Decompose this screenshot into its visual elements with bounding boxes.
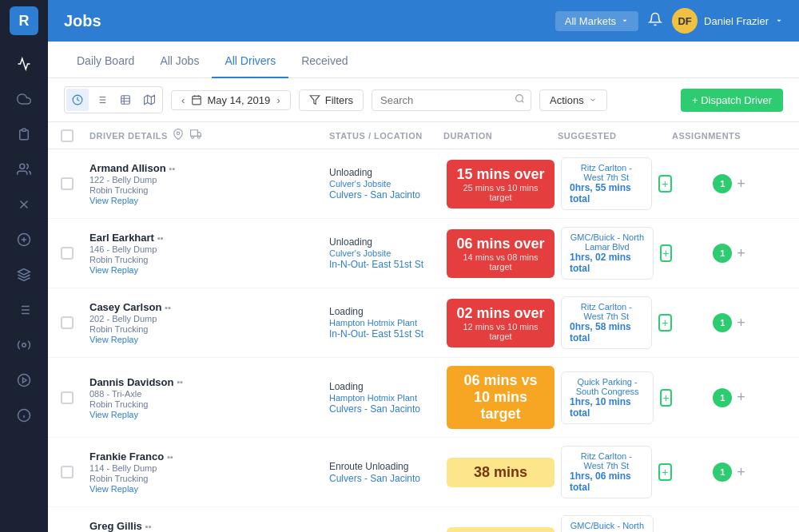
suggested-time-3: 1hrs, 10 mins total (570, 396, 645, 419)
location-link-1[interactable]: In-N-Out- East 51st St (329, 259, 443, 270)
add-assignment-btn-3[interactable]: + (737, 389, 745, 406)
suggested-cell-3[interactable]: Quick Parking - South Congress 1hrs, 10 … (561, 371, 654, 424)
svg-point-14 (22, 343, 26, 347)
suggested-cell-5[interactable]: GMC/Buick - North Lamar Blvd 1hrs, 02 mi… (561, 515, 654, 532)
duration-main-2: 02 mins over (456, 305, 545, 322)
view-chart-btn[interactable] (114, 89, 137, 111)
driver-truck-3: 088 - Tri-Axle (89, 389, 265, 399)
status-loc-link-1[interactable]: Culver's Jobsite (329, 248, 443, 258)
add-suggested-btn-0[interactable]: + (658, 175, 672, 193)
view-toggle (64, 86, 163, 113)
add-suggested-btn-1[interactable]: + (660, 244, 672, 262)
view-replay-link-3[interactable]: View Replay (89, 410, 265, 419)
sidebar-item-settings[interactable] (8, 329, 40, 361)
suggested-name-0: Ritz Carlton - West 7th St (570, 163, 643, 182)
table-row: Casey Carlson ▪▪ 202 - Belly Dump Robin … (48, 288, 799, 358)
status-loc-link-2[interactable]: Hampton Hotmix Plant (329, 318, 443, 328)
driver-menu-icon-4[interactable]: ▪▪ (167, 452, 173, 462)
add-assignment-btn-1[interactable]: + (737, 245, 745, 262)
suggested-cell-0[interactable]: Ritz Carlton - West 7th St 0hrs, 55 mins… (561, 157, 652, 210)
view-list-btn[interactable] (90, 89, 113, 111)
app-logo: R (10, 6, 38, 35)
status-name-1: Unloading (329, 236, 443, 248)
status-loc-link-0[interactable]: Culver's Jobsite (329, 179, 443, 189)
add-suggested-btn-3[interactable]: + (660, 389, 672, 407)
assignment-badge-3: 1 (713, 388, 732, 407)
select-all-checkbox[interactable] (61, 129, 89, 142)
date-navigator[interactable]: ‹ May 14, 2019 › (171, 90, 291, 110)
sidebar-item-cloud[interactable] (8, 83, 40, 115)
suggested-cell-2[interactable]: Ritz Carlton - West 7th St 0hrs, 58 mins… (561, 296, 652, 349)
location-link-3[interactable]: Culvers - San Jacinto (329, 403, 443, 415)
row-checkbox-3[interactable] (61, 391, 89, 404)
header-right: All Markets DF Daniel Frazier (555, 8, 783, 34)
view-map-btn[interactable] (138, 89, 161, 111)
row-checkbox-1[interactable] (61, 247, 89, 260)
truck-filter-icon[interactable] (190, 129, 201, 142)
next-date-btn[interactable]: › (275, 94, 281, 106)
location-filter-icon[interactable] (173, 129, 184, 142)
driver-menu-icon-3[interactable]: ▪▪ (177, 377, 183, 387)
actions-button[interactable]: Actions (539, 89, 607, 111)
view-clock-btn[interactable] (66, 89, 89, 111)
view-replay-link-1[interactable]: View Replay (89, 265, 265, 275)
th-status: STATUS / LOCATION (329, 131, 443, 141)
search-input[interactable] (372, 89, 531, 111)
suggested-wrapper-1: GMC/Buick - North Lamar Blvd 1hrs, 02 mi… (558, 227, 672, 280)
tab-daily-board[interactable]: Daily Board (64, 45, 147, 78)
market-selector[interactable]: All Markets (555, 11, 638, 31)
suggested-cell-1[interactable]: GMC/Buick - North Lamar Blvd 1hrs, 02 mi… (561, 227, 654, 280)
row-checkbox-0[interactable] (61, 177, 89, 190)
svg-rect-31 (193, 96, 201, 104)
dispatch-driver-button[interactable]: + Dispatch Driver (681, 89, 783, 112)
user-menu[interactable]: DF Daniel Frazier (672, 8, 783, 34)
sidebar-item-list[interactable] (8, 294, 40, 326)
view-replay-link-4[interactable]: View Replay (89, 484, 265, 494)
location-link-0[interactable]: Culvers - San Jacinto (329, 189, 443, 200)
status-loc-link-3[interactable]: Hampton Hotmix Plant (329, 393, 443, 403)
table-row: Armand Allison ▪▪ 122 - Belly Dump Robin… (48, 149, 799, 219)
sidebar-item-layers[interactable] (8, 259, 40, 291)
location-link-4[interactable]: Culvers - San Jacinto (329, 473, 443, 484)
sidebar-item-users[interactable] (8, 153, 40, 185)
suggested-name-1: GMC/Buick - North Lamar Blvd (570, 232, 645, 252)
sidebar: R (0, 0, 48, 532)
sidebar-item-info[interactable] (8, 399, 40, 431)
add-assignment-btn-2[interactable]: + (737, 315, 745, 332)
driver-menu-icon-0[interactable]: ▪▪ (169, 164, 176, 173)
sidebar-item-chart[interactable] (8, 48, 40, 80)
row-checkbox-2[interactable] (61, 316, 89, 329)
add-suggested-btn-4[interactable]: + (658, 463, 672, 481)
tab-received[interactable]: Received (288, 45, 360, 78)
th-assignments: ASSIGNMENTS (672, 131, 786, 141)
svg-point-15 (18, 375, 30, 387)
tab-all-jobs[interactable]: All Jobs (147, 45, 212, 78)
suggested-name-5: GMC/Buick - North Lamar Blvd (570, 521, 645, 532)
suggested-name-2: Ritz Carlton - West 7th St (570, 302, 643, 321)
sidebar-item-tools[interactable] (8, 189, 40, 220)
driver-company-1: Robin Trucking (89, 255, 265, 264)
svg-point-40 (197, 136, 200, 138)
add-assignment-btn-0[interactable]: + (737, 176, 745, 193)
prev-date-btn[interactable]: ‹ (180, 94, 186, 106)
page-title: Jobs (64, 12, 101, 30)
location-link-2[interactable]: In-N-Out- East 51st St (329, 328, 443, 339)
view-replay-link-0[interactable]: View Replay (89, 196, 265, 205)
suggested-time-1: 1hrs, 02 mins total (570, 252, 645, 274)
driver-menu-icon-2[interactable]: ▪▪ (165, 303, 171, 312)
driver-menu-icon-5[interactable]: ▪▪ (145, 522, 152, 531)
sidebar-item-circle[interactable] (8, 224, 40, 256)
main-content: Jobs All Markets DF Daniel Frazier Daily… (48, 0, 799, 532)
tab-all-drivers[interactable]: All Drivers (212, 45, 288, 78)
add-suggested-btn-2[interactable]: + (658, 314, 672, 332)
filter-button[interactable]: Filters (299, 89, 364, 111)
sidebar-item-play[interactable] (8, 364, 40, 396)
row-checkbox-4[interactable] (61, 466, 89, 478)
view-replay-link-2[interactable]: View Replay (89, 335, 265, 344)
notifications-bell[interactable] (648, 12, 662, 30)
suggested-cell-4[interactable]: Ritz Carlton - West 7th St 1hrs, 06 mins… (561, 446, 652, 498)
sidebar-item-clipboard[interactable] (8, 118, 40, 150)
driver-menu-icon-1[interactable]: ▪▪ (157, 233, 164, 243)
duration-main-0: 15 mins over (456, 166, 545, 183)
add-assignment-btn-4[interactable]: + (737, 464, 745, 481)
